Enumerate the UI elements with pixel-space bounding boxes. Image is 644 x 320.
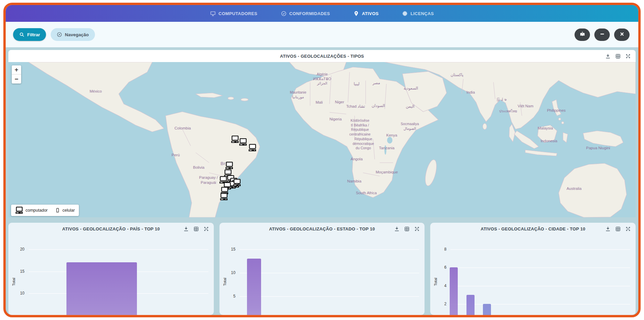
minus-icon — [599, 31, 605, 38]
zoom-in-button[interactable]: + — [12, 65, 21, 74]
toolbar: Filtrar Navegação — [6, 22, 638, 47]
filter-button-label: Filtrar — [27, 32, 40, 37]
location-pin-icon — [353, 11, 359, 16]
map-panel-header: ATIVOS - GEOLOCALIZAÇÕES - TIPOS — [8, 50, 636, 62]
download-icon[interactable] — [605, 226, 611, 232]
compass-icon — [57, 32, 62, 37]
chart-estado-actions — [394, 223, 420, 235]
book-icon — [580, 31, 585, 38]
chart-estado-header: ATIVOS - GEOLOCALIZAÇÃO - ESTADO - TOP 1… — [219, 223, 425, 235]
table-icon[interactable] — [615, 53, 621, 59]
chart-cidade-actions — [605, 223, 631, 235]
bar[interactable] — [247, 259, 261, 315]
gear-icon — [402, 11, 408, 16]
chart-panel-cidade: ATIVOS - GEOLOCALIZAÇÃO - CIDADE - TOP 1… — [430, 223, 636, 315]
check-circle-icon — [281, 11, 287, 16]
chart-pais-ylabel: Total — [12, 274, 16, 289]
gridline — [450, 286, 630, 286]
computer-icon — [15, 207, 23, 214]
bar[interactable] — [466, 295, 475, 315]
gridline — [450, 249, 630, 250]
bar[interactable] — [66, 262, 137, 315]
gridline — [240, 273, 419, 273]
tab-ativos[interactable]: ATIVOS — [353, 11, 379, 16]
world-map[interactable]: MéxicoColombiaPerúBoliviaParaguay / Para… — [8, 62, 636, 217]
minimize-button[interactable] — [594, 29, 610, 41]
bar[interactable] — [450, 267, 458, 315]
map-panel: ATIVOS - GEOLOCALIZAÇÕES - TIPOS — [8, 50, 636, 217]
download-icon[interactable] — [605, 53, 611, 59]
map-panel-actions — [605, 50, 631, 62]
tab-conformidades[interactable]: CONFORMIDADES — [281, 11, 330, 16]
computer-marker-icon[interactable] — [225, 161, 233, 169]
search-icon — [19, 32, 24, 37]
y-tick-label: 2 — [435, 302, 446, 306]
legend-item-celular: celular — [55, 207, 75, 214]
chart-estado-ylabel: Total — [223, 274, 227, 289]
filter-button[interactable]: Filtrar — [13, 28, 46, 41]
y-tick-label: 10 — [13, 291, 24, 296]
computer-marker-icon[interactable] — [248, 144, 256, 152]
y-tick-label: 8 — [435, 247, 446, 252]
download-icon[interactable] — [183, 226, 189, 232]
legend-item-computador: computador — [15, 207, 48, 214]
gridline — [450, 267, 630, 268]
chart-cidade-header: ATIVOS - GEOLOCALIZAÇÃO - CIDADE - TOP 1… — [430, 223, 636, 235]
map-panel-title: ATIVOS - GEOLOCALIZAÇÕES - TIPOS — [280, 54, 364, 59]
navigation-button[interactable]: Navegação — [51, 28, 95, 41]
table-icon[interactable] — [193, 226, 199, 232]
expand-icon[interactable] — [203, 226, 209, 232]
gridline — [240, 296, 419, 297]
close-button[interactable] — [614, 29, 630, 41]
computer-marker-icon[interactable] — [239, 138, 247, 146]
manual-button[interactable] — [575, 29, 590, 41]
y-tick-label: 15 — [13, 269, 24, 274]
monitor-icon — [210, 11, 216, 16]
computer-marker-icon[interactable] — [233, 178, 241, 186]
gridline — [240, 249, 419, 250]
y-tick-label: 6 — [435, 265, 446, 270]
charts-row: ATIVOS - GEOLOCALIZAÇÃO - PAÍS - TOP 10 … — [8, 223, 636, 315]
navigation-button-label: Navegação — [65, 32, 89, 37]
computer-marker-icon[interactable] — [231, 135, 239, 143]
nav-tabs: COMPUTADORESCONFORMIDADESATIVOSLICENÇAS — [210, 11, 434, 16]
close-icon — [619, 31, 625, 38]
map-legend: computadorcelular — [11, 205, 79, 216]
tab-licenças[interactable]: LICENÇAS — [402, 11, 434, 16]
phone-icon — [55, 207, 60, 214]
legend-label: celular — [62, 208, 75, 213]
y-tick-label: 10 — [224, 270, 236, 275]
content: ATIVOS - GEOLOCALIZAÇÕES - TIPOS — [6, 47, 638, 315]
computer-marker-icon[interactable] — [219, 193, 228, 201]
tab-computadores[interactable]: COMPUTADORES — [210, 11, 257, 16]
legend-label: computador — [26, 208, 48, 213]
y-tick-label: 4 — [435, 283, 446, 288]
chart-estado-title: ATIVOS - GEOLOCALIZAÇÃO - ESTADO - TOP 1… — [269, 226, 375, 231]
chart-pais-title: ATIVOS - GEOLOCALIZAÇÃO - PAÍS - TOP 10 — [62, 226, 160, 231]
world-map-svg — [8, 62, 636, 217]
gridline — [450, 304, 630, 305]
top-nav: COMPUTADORESCONFORMIDADESATIVOSLICENÇAS — [6, 5, 638, 22]
chart-cidade-title: ATIVOS - GEOLOCALIZAÇÃO - CIDADE - TOP 1… — [481, 226, 585, 231]
expand-icon[interactable] — [625, 226, 631, 232]
y-tick-label: 15 — [224, 247, 236, 252]
y-tick-label: 5 — [224, 294, 236, 299]
y-tick-label: 20 — [13, 247, 24, 252]
gridline — [29, 249, 208, 250]
expand-icon[interactable] — [625, 53, 631, 59]
bar[interactable] — [483, 304, 491, 315]
window-buttons — [575, 22, 630, 47]
map-zoom-control: + − — [12, 65, 21, 84]
table-icon[interactable] — [404, 226, 410, 232]
zoom-out-button[interactable]: − — [12, 74, 21, 84]
chart-panel-pais: ATIVOS - GEOLOCALIZAÇÃO - PAÍS - TOP 10 … — [8, 223, 214, 315]
chart-pais-header: ATIVOS - GEOLOCALIZAÇÃO - PAÍS - TOP 10 — [8, 223, 214, 235]
app-window: COMPUTADORESCONFORMIDADESATIVOSLICENÇAS … — [3, 3, 641, 317]
download-icon[interactable] — [394, 226, 400, 232]
table-icon[interactable] — [615, 226, 621, 232]
chart-panel-estado: ATIVOS - GEOLOCALIZAÇÃO - ESTADO - TOP 1… — [219, 223, 425, 315]
expand-icon[interactable] — [414, 226, 420, 232]
chart-pais-actions — [183, 223, 209, 235]
